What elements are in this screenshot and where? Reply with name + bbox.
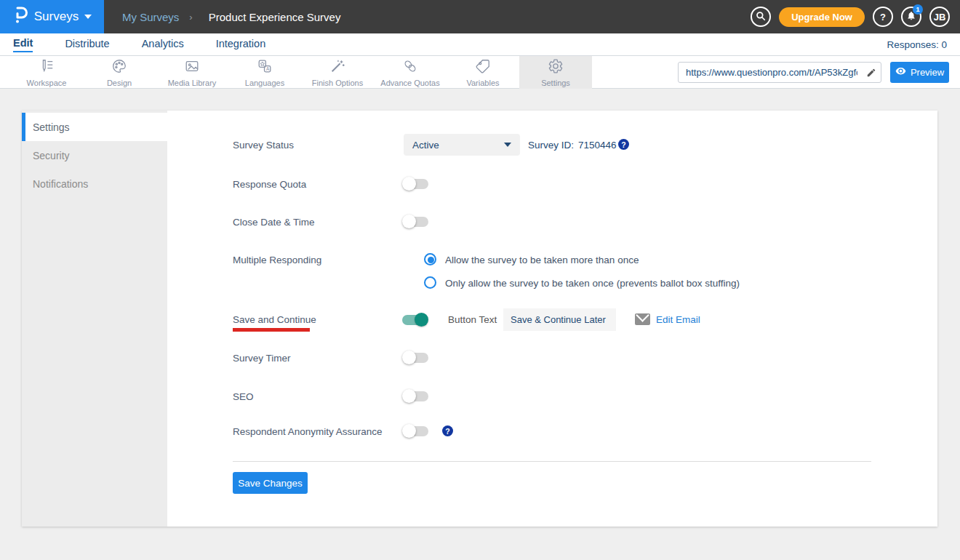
settings-sidebar: Settings Security Notifications [22,111,167,527]
toolbar-item-label: Workspace [27,79,67,87]
toggle-knob [402,351,416,364]
breadcrumb: My Surveys › Product Experience Survey [122,0,340,33]
toolbar-item-finish-options[interactable]: Finish Options [301,56,374,89]
toggle-knob [402,424,416,438]
toolbar-items: Workspace Design Media Library A Languag… [10,56,592,89]
breadcrumb-separator: › [189,12,192,23]
sidebar-item-label: Settings [33,121,70,133]
sidebar-item-label: Notifications [33,178,88,190]
edit-email-link[interactable]: Edit Email [656,314,700,325]
languages-icon: A [257,58,273,77]
response-quota-label: Response Quota [233,179,306,190]
save-and-continue-toggle[interactable] [402,315,427,325]
toolbar-item-label: Media Library [168,79,217,87]
radio-only-once-label[interactable]: Only allow the survey to be taken once (… [445,278,740,289]
toolbar-item-label: Design [107,79,132,87]
question-mark-icon: ? [880,12,886,23]
breadcrumb-my-surveys[interactable]: My Surveys [122,11,179,23]
search-icon [756,11,766,23]
survey-url-field [678,62,881,83]
survey-id-label: Survey ID: [528,140,574,151]
toolbar-item-label: Languages [245,79,284,87]
advance-quotas-icon [402,58,418,77]
radio-allow-multiple-label[interactable]: Allow the survey to be taken more than o… [445,255,639,265]
tab-integration[interactable]: Integration [216,38,266,52]
highlight-underline [233,328,310,332]
brand-label: Surveys [34,9,79,24]
toolbar-item-media-library[interactable]: Media Library [156,56,228,89]
sidebar-item-settings[interactable]: Settings [22,113,167,141]
close-date-label: Close Date & Time [233,217,315,228]
toolbar-item-settings[interactable]: Settings [519,56,592,89]
radio-allow-multiple[interactable] [424,253,436,265]
toolbar-item-languages[interactable]: A Languages [228,56,301,89]
email-envelope-icon[interactable] [635,313,650,325]
edit-url-pencil-icon[interactable] [862,63,881,82]
toolbar-item-label: Settings [541,79,570,87]
questionpro-logo-icon [12,6,28,28]
tab-edit[interactable]: Edit [13,37,33,52]
edit-toolbar: Workspace Design Media Library A Languag… [0,56,960,89]
toggle-knob [415,313,428,327]
survey-status-value: Active [412,140,439,151]
toolbar-item-workspace[interactable]: Workspace [10,56,83,89]
search-button[interactable] [751,7,771,27]
tab-distribute[interactable]: Distribute [65,38,109,52]
tab-analytics[interactable]: Analytics [142,38,184,52]
svg-text:A: A [266,66,270,71]
toolbar-item-label: Advance Quotas [380,79,439,87]
design-icon [111,58,127,77]
variables-icon [475,58,491,77]
anonymity-help-icon[interactable]: ? [442,425,453,436]
header-actions: Upgrade Now ? 1 JB [751,7,950,27]
multiple-responding-label: Multiple Responding [233,255,321,265]
save-changes-button[interactable]: Save Changes [233,472,308,494]
avatar[interactable]: JB [929,7,950,27]
toggle-knob [402,215,416,228]
sidebar-item-notifications[interactable]: Notifications [22,169,167,198]
toolbar-item-design[interactable]: Design [83,56,156,89]
survey-url-input[interactable] [679,67,862,78]
button-text-label: Button Text [448,314,497,325]
toolbar-item-advance-quotas[interactable]: Advance Quotas [374,56,447,89]
survey-id-help-icon[interactable]: ? [618,139,629,150]
upgrade-now-button[interactable]: Upgrade Now [779,7,865,27]
seo-label: SEO [233,391,254,402]
product-switcher[interactable]: Surveys [0,0,104,33]
seo-toggle[interactable] [404,391,428,401]
chevron-down-icon [504,143,511,147]
sidebar-item-label: Security [33,150,70,161]
content-divider [233,461,871,462]
button-text-input[interactable] [503,308,616,331]
sidebar-item-security[interactable]: Security [22,141,167,169]
top-header: Surveys My Surveys › Product Experience … [0,0,960,33]
avatar-initials: JB [934,12,946,23]
response-quota-toggle[interactable] [404,179,428,189]
notifications-button[interactable]: 1 [901,7,921,27]
help-button[interactable]: ? [873,7,893,27]
settings-card: Settings Security Notifications Survey S… [22,111,937,527]
eye-icon [895,67,906,78]
close-date-toggle[interactable] [404,217,428,227]
nav-tabs: Edit Distribute Analytics Integration [13,33,265,56]
toolbar-item-label: Finish Options [312,79,363,87]
save-and-continue-label: Save and Continue [233,314,316,325]
preview-label: Preview [911,67,944,78]
finish-options-icon [329,58,345,77]
settings-icon [548,58,564,77]
toggle-knob [402,389,416,403]
survey-status-dropdown[interactable]: Active [404,134,520,156]
survey-status-label: Survey Status [233,140,294,151]
survey-timer-label: Survey Timer [233,353,291,364]
preview-button[interactable]: Preview [890,62,949,83]
toolbar-item-variables[interactable]: Variables [447,56,519,89]
section-nav: Edit Distribute Analytics Integration Re… [0,33,960,56]
anonymity-toggle[interactable] [404,426,428,436]
media-library-icon [184,58,200,77]
survey-timer-toggle[interactable] [404,353,428,363]
responses-count: Responses: 0 [887,33,947,56]
radio-only-once[interactable] [424,276,436,289]
anonymity-label: Respondent Anonymity Assurance [233,426,383,437]
workspace-icon [39,58,55,77]
notification-badge: 1 [913,4,923,15]
